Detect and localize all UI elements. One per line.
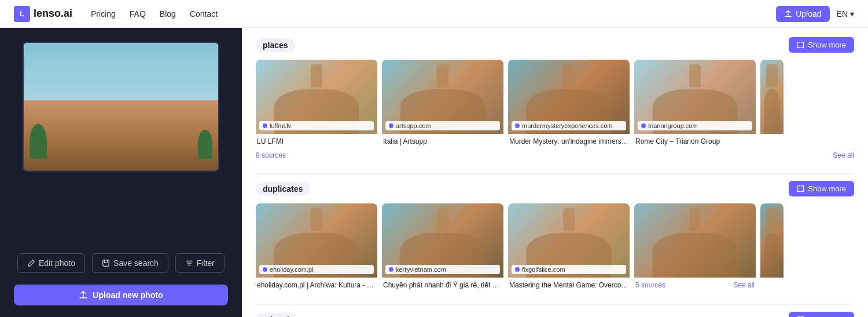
duplicates-show-more-button[interactable]: Show more (789, 181, 854, 196)
dup-card-1-source: eholiday.com.pl (259, 265, 374, 274)
duplicates-show-more-label: Show more (808, 184, 846, 193)
navbar: L lenso.ai Pricing FAQ Blog Contact Uplo… (0, 0, 868, 28)
dup-card-3[interactable]: fixgolfslice.com Mastering the Mental Ga… (508, 203, 630, 290)
action-buttons: Edit photo Save search Filter (17, 253, 225, 273)
places-images-row: luffmi.lv LU LFMI artsupp.com (256, 60, 854, 147)
dup-card-4-sources: 5 sources (635, 281, 665, 289)
dup-card-1-meta: eholiday.com.pl | Archiwa: Kultura - eho… (256, 278, 377, 290)
duplicates-images-row: eholiday.com.pl eholiday.com.pl | Archiw… (256, 203, 854, 290)
dup-card-1[interactable]: eholiday.com.pl eholiday.com.pl | Archiw… (256, 203, 377, 290)
dup-card-3-title: Mastering the Mental Game: Overcoming F (509, 281, 628, 289)
image-tree-right (198, 130, 212, 159)
places-card-5-image (760, 60, 784, 134)
source-dot (515, 123, 520, 128)
places-see-all-link[interactable]: See all (833, 151, 854, 159)
edit-icon (27, 259, 35, 267)
filter-button[interactable]: Filter (175, 253, 225, 273)
left-panel: Edit photo Save search Filter Upload new… (0, 28, 242, 317)
save-icon (102, 259, 110, 267)
nav-link-contact[interactable]: Contact (190, 9, 218, 19)
places-section-header: places Show more (256, 37, 854, 53)
upload-icon (784, 10, 792, 18)
nav-right: Upload EN ▾ (776, 6, 854, 22)
source-dot (263, 267, 267, 272)
nav-link-faq[interactable]: FAQ (130, 9, 146, 19)
dup-card-3-source: fixgolfslice.com (512, 265, 626, 274)
right-panel: places Show more luffmi.lv L (242, 28, 868, 317)
places-card-4-source: trianongroup.com (638, 121, 752, 130)
places-card-1-title: LU LFMI (257, 137, 376, 145)
save-search-label: Save search (113, 258, 159, 268)
dup-card-5-image (760, 203, 784, 278)
dup-card-1-image: eholiday.com.pl (256, 203, 377, 278)
source-dot (263, 123, 267, 128)
dup-card-2-meta: Chuyên phát nhanh đi Ý giá rẻ, tiết kiệm… (382, 278, 503, 290)
related-section-header: related Show more (256, 312, 854, 317)
dup-card-4-see-all[interactable]: See all (733, 281, 755, 289)
places-card-3-source: murdermysteryexperiences.com (512, 121, 626, 130)
save-search-button[interactable]: Save search (92, 253, 168, 273)
source-dot (389, 267, 393, 272)
uploaded-image-wrapper (23, 42, 219, 172)
dup-card-3-meta: Mastering the Mental Game: Overcoming F (508, 278, 630, 290)
chevron-down-icon: ▾ (850, 9, 854, 19)
places-card-1-image: luffmi.lv (256, 60, 377, 134)
dup-card-4-meta: 5 sources See all (634, 278, 756, 290)
source-dot (641, 123, 646, 128)
places-card-2-source: artsupp.com (385, 121, 500, 130)
places-card-3-image: murdermysteryexperiences.com (508, 60, 630, 134)
nav-link-blog[interactable]: Blog (160, 9, 176, 19)
nav-links: Pricing FAQ Blog Contact (91, 9, 218, 19)
related-show-more-button[interactable]: Show more (789, 312, 854, 317)
source-dot (389, 123, 393, 128)
places-show-more-button[interactable]: Show more (789, 37, 854, 53)
expand-icon-dup (797, 185, 804, 192)
places-card-5[interactable] (760, 60, 784, 147)
places-card-2[interactable]: artsupp.com Italia | Artsupp (382, 60, 503, 147)
upload-new-photo-button[interactable]: Upload new photo (14, 285, 228, 305)
duplicates-section-header: duplicates Show more (256, 181, 854, 196)
dup-card-2[interactable]: kerryvietnam.com Chuyên phát nhanh đi Ý … (382, 203, 503, 290)
places-card-4[interactable]: trianongroup.com Rome City – Trianon Gro… (634, 60, 756, 147)
main-layout: Edit photo Save search Filter Upload new… (0, 28, 868, 317)
related-label: related (256, 313, 296, 318)
filter-icon (185, 259, 193, 267)
expand-icon (797, 41, 804, 49)
places-card-1-source: luffmi.lv (259, 121, 374, 130)
upload-new-label: Upload new photo (93, 290, 163, 300)
divider-2 (256, 304, 854, 305)
edit-photo-label: Edit photo (39, 258, 75, 268)
filter-label: Filter (197, 258, 215, 268)
logo-text: lenso.ai (34, 8, 72, 20)
nav-link-pricing[interactable]: Pricing (91, 9, 116, 19)
places-card-4-title: Rome City – Trianon Group (635, 137, 755, 145)
nav-upload-label: Upload (796, 9, 821, 19)
dup-card-5[interactable] (760, 203, 784, 290)
dup-card-4[interactable]: 5 sources See all (634, 203, 756, 290)
places-show-more-label: Show more (808, 41, 846, 49)
dup-card-1-title: eholiday.com.pl | Archiwa: Kultura - eho… (257, 281, 376, 289)
places-section: places Show more luffmi.lv L (256, 37, 854, 159)
nav-upload-button[interactable]: Upload (776, 6, 829, 22)
edit-photo-button[interactable]: Edit photo (17, 253, 85, 273)
related-section: related Show more (256, 312, 854, 317)
dup-card-2-image: kerryvietnam.com (382, 203, 503, 278)
logo[interactable]: L lenso.ai (14, 6, 72, 22)
places-section-footer: 8 sources See all (256, 151, 854, 159)
divider-1 (256, 173, 854, 174)
places-card-1-meta: LU LFMI (256, 134, 377, 147)
places-label: places (256, 38, 295, 52)
svg-rect-0 (103, 260, 109, 267)
places-card-3-title: Murder Mystery: un'indagine immersiva (509, 137, 628, 145)
upload-new-icon (79, 290, 88, 300)
duplicates-label: duplicates (256, 182, 310, 196)
logo-icon: L (14, 6, 30, 22)
places-card-1[interactable]: luffmi.lv LU LFMI (256, 60, 377, 147)
places-card-3[interactable]: murdermysteryexperiences.com Murder Myst… (508, 60, 630, 147)
dup-card-2-title: Chuyên phát nhanh đi Ý giá rẻ, tiết kiệm… (383, 281, 502, 289)
dup-card-2-source: kerryvietnam.com (385, 265, 500, 274)
places-card-2-meta: Italia | Artsupp (382, 134, 503, 147)
language-selector[interactable]: EN ▾ (837, 9, 854, 19)
places-card-3-meta: Murder Mystery: un'indagine immersiva (508, 134, 630, 147)
places-card-2-image: artsupp.com (382, 60, 503, 134)
